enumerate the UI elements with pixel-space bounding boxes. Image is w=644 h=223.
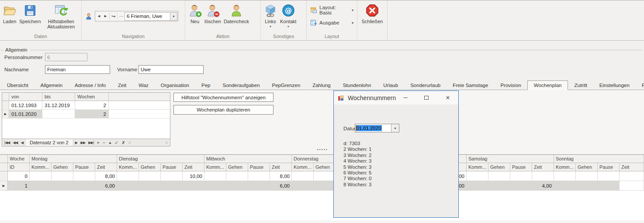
maximize-button[interactable]	[419, 91, 433, 105]
week-grid-header-sonntag-zeit[interactable]: Zeit	[620, 163, 644, 171]
tab-adresse-info[interactable]: Adresse / Info	[69, 81, 112, 90]
employee-dropdown-button[interactable]: ▼	[170, 12, 177, 21]
week-grid-cell-donnerstag-komm[interactable]	[292, 181, 314, 191]
close-button[interactable]: ×	[441, 91, 455, 105]
week-grid-header-samstag-zeit[interactable]: Zeit	[532, 163, 554, 171]
neu-button[interactable]: Neu	[187, 1, 203, 24]
hilfstabellen-aktualisieren-button[interactable]: Hilfstabellen Aktualisieren	[42, 1, 80, 29]
tab-wochenplan[interactable]: Wochenplan	[527, 80, 568, 90]
week-grid-header-mittwoch-gehen[interactable]: Gehen	[226, 163, 248, 171]
record-next-button[interactable]: ▶	[102, 12, 109, 20]
tab-zeit[interactable]: Zeit	[112, 81, 132, 90]
week-grid-cell-samstag-komm[interactable]	[467, 181, 488, 191]
week-grid-header-montag[interactable]: Montag	[30, 155, 117, 163]
week-grid-header-woche[interactable]: Woche	[8, 155, 30, 163]
week-grid-cell-samstag-pause[interactable]	[510, 171, 532, 181]
week-grid-cell-sonntag-komm[interactable]	[554, 181, 576, 191]
tab-provision[interactable]: Provision	[494, 81, 527, 90]
week-grid-cell-id[interactable]: 0	[8, 171, 30, 181]
tab-organisation[interactable]: Organisation	[155, 81, 195, 90]
week-grid-header-montag-pause[interactable]: Pause	[73, 163, 95, 171]
week-grid-cell-montag-pause[interactable]	[73, 171, 95, 181]
week-grid-cell-dienstag-zeit[interactable]	[183, 181, 204, 191]
week-grid-cell-id[interactable]: 1	[8, 181, 30, 191]
datencheck-button[interactable]: Datencheck	[222, 1, 250, 24]
week-grid-cell-dienstag-komm[interactable]	[117, 181, 139, 191]
week-grid-cell-mittwoch-gehen[interactable]	[226, 181, 248, 191]
dialog-title-bar[interactable]: Wochennummern ×	[334, 91, 458, 105]
week-grid-header-mittwoch-komm[interactable]: Komm...	[204, 163, 226, 171]
period-grid-header-bis[interactable]: bis	[42, 93, 75, 101]
navigator-append-button[interactable]: +	[96, 140, 101, 145]
navigator-delete-button[interactable]: −	[101, 140, 107, 145]
week-grid-header-montag-komm[interactable]: Komm...	[30, 163, 52, 171]
tab-pepgrenzen[interactable]: PepGrenzen	[266, 81, 307, 90]
week-grid-cell-mittwoch-gehen[interactable]	[226, 171, 248, 181]
week-grid-cell-samstag-gehen[interactable]	[488, 171, 510, 181]
vorname-field[interactable]	[138, 65, 204, 74]
week-grid-header-mittwoch-pause[interactable]: Pause	[248, 163, 270, 171]
layout-basis-button[interactable]: Layout: Basis ▾	[310, 5, 353, 15]
week-grid-header-montag-gehen[interactable]: Gehen	[52, 163, 73, 171]
loeschen-button[interactable]: löschen	[203, 1, 222, 24]
week-grid-cell-dienstag-pause[interactable]	[161, 171, 183, 181]
period-grid-cell-bis[interactable]	[42, 110, 75, 118]
tab-einstellungen[interactable]: Einstellungen	[593, 81, 636, 90]
datum-dropdown-button[interactable]: ▼	[391, 124, 399, 132]
scroll-left-arrow[interactable]: <	[127, 140, 132, 145]
week-grid-cell-mittwoch-komm[interactable]	[204, 181, 226, 191]
tab-allgemein[interactable]: Allgemein	[35, 81, 69, 90]
navigator-next-page-button[interactable]: ▶▶	[79, 140, 87, 145]
links-button[interactable]: Links ▾	[262, 1, 279, 28]
week-grid-header-dienstag-zeit[interactable]: Zeit	[183, 163, 204, 171]
week-grid-header-mittwoch[interactable]: Mittwoch	[204, 155, 292, 163]
week-grid-cell-montag-komm[interactable]	[30, 171, 52, 181]
personalnummer-field[interactable]	[45, 53, 87, 61]
week-grid-cell-montag-zeit[interactable]: 6,00	[95, 181, 117, 191]
week-grid-cell-samstag-gehen[interactable]	[488, 181, 510, 191]
tab-urlaub[interactable]: Urlaub	[377, 81, 404, 90]
week-grid-cell-mittwoch-pause[interactable]	[248, 171, 270, 181]
week-grid-header-dienstag-komm[interactable]: Komm...	[117, 163, 139, 171]
week-grid-header-sonntag-komm[interactable]: Komm...	[554, 163, 576, 171]
week-grid-header-dienstag-pause[interactable]: Pause	[161, 163, 183, 171]
period-grid-cell-wochen[interactable]: 2	[75, 110, 109, 118]
week-grid-cell-sonntag-zeit[interactable]	[620, 171, 644, 181]
week-grid-cell-sonntag-gehen[interactable]	[576, 181, 598, 191]
tab-freie-samstage[interactable]: Freie Samstage	[447, 81, 494, 90]
week-grid-cell-samstag-komm[interactable]	[467, 171, 488, 181]
week-grid-cell-sonntag-gehen[interactable]	[576, 171, 598, 181]
week-grid-header-sonntag-pause[interactable]: Pause	[598, 163, 620, 171]
employee-combobox[interactable]: 6 Frieman, Uwe	[125, 12, 170, 21]
tab-waz[interactable]: Waz	[132, 81, 155, 90]
period-grid-cell-von[interactable]: 01.12.1993	[9, 101, 42, 110]
tab-pep[interactable]: Pep	[195, 81, 216, 90]
week-grid-cell-donnerstag-komm[interactable]	[292, 171, 314, 181]
week-grid-cell-sonntag-zeit[interactable]	[620, 181, 644, 191]
week-grid-cell-sonntag-pause[interactable]	[598, 171, 620, 181]
navigator-prior-page-button[interactable]: ◀◀	[11, 140, 19, 145]
week-grid-cell-montag-gehen[interactable]	[52, 171, 73, 181]
record-prev-button[interactable]: ◀	[96, 12, 102, 20]
navigator-edit-button[interactable]: ▲	[107, 140, 113, 145]
week-grid-cell-dienstag-gehen[interactable]	[139, 181, 161, 191]
week-grid-cell-dienstag-pause[interactable]	[161, 181, 183, 191]
week-grid-header-samstag[interactable]: Samstag	[467, 155, 554, 163]
week-grid-header-donnerstag-komm[interactable]: Komm...	[292, 163, 314, 171]
week-grid-header-dienstag[interactable]: Dienstag	[117, 155, 204, 163]
week-grid-cell-dienstag-komm[interactable]	[117, 171, 139, 181]
week-grid-header-id[interactable]: ID	[8, 163, 30, 171]
week-grid-cell-sonntag-pause[interactable]	[598, 181, 620, 191]
datum-combobox[interactable]: 01.01.2020 ▼	[355, 124, 399, 132]
tab-sonderurlaub[interactable]: Sonderurlaub	[404, 81, 447, 90]
navigator-last-button[interactable]: ▶▶|	[87, 140, 95, 145]
scroll-right-arrow[interactable]: >	[164, 140, 169, 145]
week-grid-header-donnerstag-gehen[interactable]: Gehen	[314, 163, 336, 171]
speichern-button[interactable]: Speichern	[18, 1, 42, 24]
week-grid-header-mittwoch-zeit[interactable]: Zeit	[270, 163, 292, 171]
week-grid-header-sonntag[interactable]: Sonntag	[554, 155, 644, 163]
week-grid-cell-mittwoch-zeit[interactable]: 6,00	[270, 181, 292, 191]
navigator-prior-button[interactable]: ◀	[19, 140, 24, 145]
kontakt-button[interactable]: @ Kontakt ▾	[279, 1, 298, 28]
tab-übersicht[interactable]: Übersicht	[1, 81, 35, 90]
